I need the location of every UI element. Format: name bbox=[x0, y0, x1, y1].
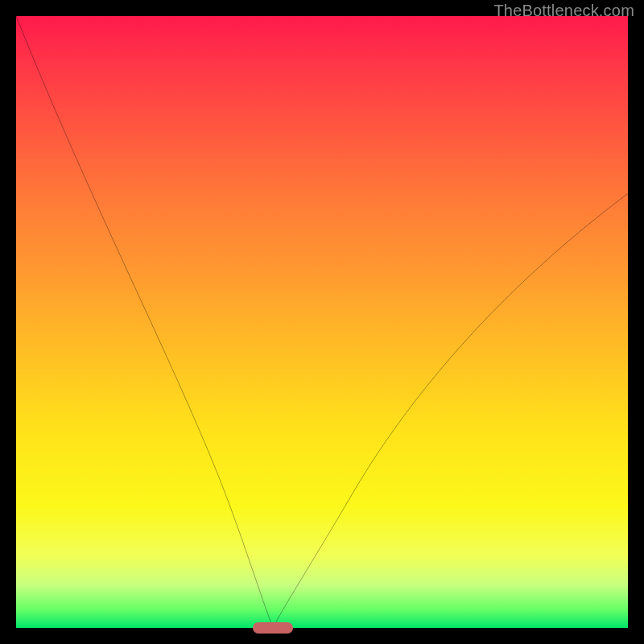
plot-area bbox=[16, 16, 628, 628]
bottleneck-curve bbox=[16, 16, 628, 628]
watermark-text: TheBottleneck.com bbox=[493, 2, 634, 20]
right-curve-branch bbox=[273, 193, 628, 628]
optimal-marker bbox=[253, 622, 293, 634]
left-curve-branch bbox=[16, 16, 273, 628]
chart-frame: TheBottleneck.com bbox=[0, 0, 644, 644]
